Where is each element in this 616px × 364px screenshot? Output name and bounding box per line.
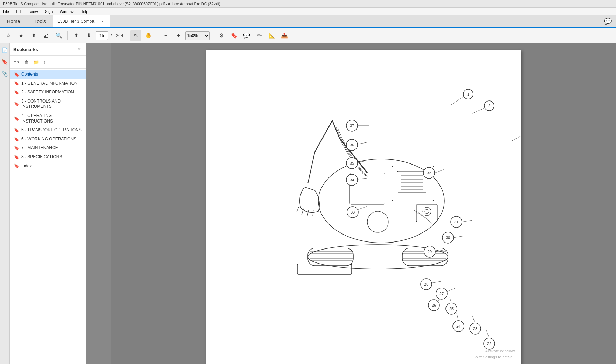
sidebar-icon-attachments[interactable]: 📎	[1, 70, 9, 78]
tab-tools[interactable]: Tools	[27, 15, 53, 27]
svg-text:2: 2	[488, 104, 490, 108]
bookmark-item-0[interactable]: 🔖 Contents	[10, 70, 86, 79]
bookmark-item-label: Index	[21, 163, 83, 169]
svg-line-5	[315, 120, 332, 152]
thumbnail-panel	[86, 43, 111, 364]
toolbar-bookmark-star[interactable]: ★	[15, 30, 27, 41]
pdf-page: .num-circle { fill: white; stroke: #333;…	[206, 50, 521, 364]
bookmarks-delete-btn[interactable]: 🗑	[22, 58, 30, 66]
bookmark-flag-icon: 🔖	[14, 116, 19, 121]
toolbar-find[interactable]: 🔍	[53, 30, 64, 41]
bookmark-item-label: 3 - CONTROLS AND INSTRUMENTS	[21, 99, 83, 110]
bookmark-item-label: Contents	[21, 72, 83, 77]
sidebar-icon-page[interactable]: 📄	[1, 46, 9, 54]
svg-line-9	[307, 210, 309, 217]
toolbar-print[interactable]: 🖨	[41, 30, 52, 41]
svg-text:35: 35	[349, 161, 354, 165]
toolbar-quick-tools[interactable]: ☆	[3, 30, 14, 41]
watermark-line1: Activate Windows	[473, 348, 516, 354]
svg-rect-28	[397, 171, 427, 192]
menu-edit[interactable]: Edit	[15, 9, 24, 14]
toolbar-sep-4	[213, 31, 213, 40]
bookmarks-toolbar: ≡ ▾ 🗑 📁 🏷	[10, 56, 86, 69]
bookmark-item-4[interactable]: 🔖 4 - OPERATING INSTRUCTIONS	[10, 111, 86, 126]
toolbar-sep-1	[67, 31, 68, 40]
sidebar-icons: 📄 🔖 📎	[0, 43, 10, 364]
toolbar-tools-more[interactable]: ⚙	[216, 30, 227, 41]
svg-line-129	[358, 178, 367, 179]
menu-help[interactable]: Help	[79, 9, 90, 14]
toolbar-next-page[interactable]: ⬇	[83, 30, 94, 41]
bookmark-flag-icon: 🔖	[14, 137, 19, 142]
bookmarks-options-dropdown[interactable]: ≡ ▾	[13, 59, 21, 65]
toolbar-select-tool[interactable]: ↖	[130, 30, 141, 41]
windows-watermark: Activate Windows Go to Settings to activ…	[473, 348, 516, 360]
bookmark-item-label: 5 - TRANSPORT OPERATIONS	[21, 127, 83, 133]
svg-line-111	[431, 281, 441, 283]
toolbar-share[interactable]: 📤	[279, 30, 290, 41]
menu-window[interactable]: Window	[58, 9, 75, 14]
toolbar-stamp[interactable]: 🔖	[228, 30, 240, 41]
bookmark-item-label: 2 - SAFETY INFORMATION	[21, 90, 83, 95]
bookmark-item-2[interactable]: 🔖 2 - SAFETY INFORMATION	[10, 88, 86, 97]
bookmarks-header: Bookmarks ×	[10, 43, 86, 56]
sidebar-icon-bookmarks[interactable]: 🔖	[1, 58, 9, 66]
bookmark-item-3[interactable]: 🔖 3 - CONTROLS AND INSTRUMENTS	[10, 97, 86, 111]
menu-bar: File Edit View Sign Window Help	[0, 8, 616, 15]
bookmark-item-6[interactable]: 🔖 6 - WORKING OPERATIONS	[10, 135, 86, 144]
bookmark-flag-icon: 🔖	[14, 81, 19, 86]
svg-line-10	[313, 210, 313, 216]
bookmark-item-label: 6 - WORKING OPERATIONS	[21, 136, 83, 142]
svg-text:1: 1	[467, 92, 469, 96]
bookmark-item-8[interactable]: 🔖 8 - SPECIFICATIONS	[10, 153, 86, 162]
svg-line-40	[472, 107, 486, 113]
pdf-viewer-area[interactable]: .num-circle { fill: white; stroke: #333;…	[111, 43, 616, 364]
svg-point-27	[367, 211, 388, 232]
svg-text:34: 34	[349, 178, 354, 182]
bookmark-item-9[interactable]: 🔖 Index	[10, 162, 86, 171]
tab-home[interactable]: Home	[0, 15, 27, 27]
bookmark-item-label: 4 - OPERATING INSTRUCTIONS	[21, 113, 83, 124]
chat-icon-area: 💬	[600, 15, 616, 27]
toolbar-comment[interactable]: 💬	[241, 30, 252, 41]
svg-text:32: 32	[427, 171, 431, 175]
svg-point-36	[425, 209, 429, 214]
toolbar-prev-page[interactable]: ⬆	[70, 30, 82, 41]
toolbar-highlight[interactable]: ✏	[254, 30, 265, 41]
toolbar-zoom-in[interactable]: +	[173, 30, 184, 41]
bookmark-flag-icon: 🔖	[14, 90, 19, 95]
bookmarks-new-folder-btn[interactable]: 📁	[32, 58, 40, 66]
bookmark-flag-icon: 🔖	[14, 128, 19, 133]
toolbar-sep-2	[127, 31, 127, 40]
toolbar-upload[interactable]: ⬆	[28, 30, 39, 41]
menu-view[interactable]: View	[28, 9, 40, 14]
toolbar-zoom-out[interactable]: −	[160, 30, 171, 41]
tab-document[interactable]: E30B Tier 3 Compa... ×	[53, 15, 110, 27]
tab-close-button[interactable]: ×	[100, 19, 105, 24]
toolbar-sep-3	[157, 31, 157, 40]
menu-file[interactable]: File	[1, 9, 11, 14]
bookmarks-properties-btn[interactable]: 🏷	[42, 58, 50, 66]
bookmark-item-7[interactable]: 🔖 7 - MAINTENANCE	[10, 144, 86, 153]
bookmark-flag-icon: 🔖	[14, 146, 19, 150]
svg-text:25: 25	[449, 307, 453, 311]
toolbar-zoom-select[interactable]: 150% 100% 75% 50% 200%	[185, 31, 210, 40]
bookmarks-close-button[interactable]: ×	[76, 46, 82, 52]
svg-line-6	[308, 152, 315, 183]
svg-text:29: 29	[427, 250, 431, 254]
svg-text:33: 33	[350, 210, 354, 214]
toolbar-hand-tool[interactable]: ✋	[143, 30, 154, 41]
bookmark-item-1[interactable]: 🔖 1 - GENERAL INFORMATION	[10, 79, 86, 88]
bookmarks-panel: Bookmarks × ≡ ▾ 🗑 📁 🏷 🔖 Contents 🔖 1 - G…	[10, 43, 86, 364]
svg-text:26: 26	[431, 303, 436, 307]
svg-line-37	[451, 95, 465, 105]
svg-text:23: 23	[473, 327, 477, 331]
bookmark-item-5[interactable]: 🔖 5 - TRANSPORT OPERATIONS	[10, 126, 86, 135]
toolbar-page-input[interactable]: 15	[96, 31, 108, 40]
toolbar-measure[interactable]: 📐	[266, 30, 277, 41]
bookmark-flag-icon: 🔖	[14, 163, 19, 168]
svg-text:37: 37	[349, 124, 354, 128]
menu-sign[interactable]: Sign	[43, 9, 54, 14]
svg-line-108	[446, 288, 455, 292]
svg-line-135	[358, 142, 368, 144]
